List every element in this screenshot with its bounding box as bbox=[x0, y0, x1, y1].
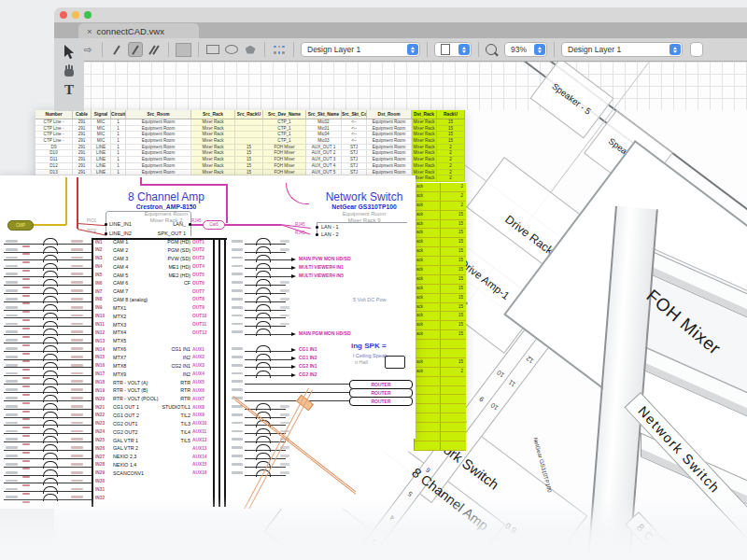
table-cell[interactable] bbox=[235, 126, 263, 133]
cable-magenta[interactable] bbox=[140, 184, 227, 186]
table-cell[interactable]: Mixer Rack bbox=[412, 138, 437, 145]
table-header-cell[interactable]: Src_Rack bbox=[191, 110, 235, 119]
table-header-cell[interactable]: Src_Room bbox=[126, 110, 191, 119]
table-cell[interactable]: <-- bbox=[342, 138, 367, 145]
table-cell[interactable]: Equipment Room bbox=[126, 126, 191, 133]
close-traffic-light[interactable] bbox=[60, 11, 67, 19]
clipped-select[interactable] bbox=[690, 42, 703, 57]
table-cell[interactable]: 291 bbox=[73, 145, 92, 151]
table-row[interactable]: CTP Line -291MIC1Equipment RoomMixer Rac… bbox=[35, 126, 465, 133]
text-tool-icon[interactable]: T bbox=[64, 82, 74, 98]
table-cell[interactable]: 15 bbox=[235, 157, 263, 163]
router-box[interactable]: ROUTER bbox=[349, 397, 413, 406]
table-row[interactable]: D10291LINE1Equipment RoomMixer Rack15FOH… bbox=[35, 150, 465, 157]
table-cell[interactable]: 1 bbox=[111, 119, 126, 126]
table-cell[interactable]: Equipment Room bbox=[126, 157, 191, 163]
table-header-cell[interactable]: Src_RackU bbox=[235, 110, 263, 119]
table-cell[interactable]: STJ bbox=[342, 157, 367, 163]
table-cell[interactable]: Equipment Room bbox=[367, 157, 412, 163]
sheet-select[interactable] bbox=[434, 42, 472, 57]
table-cell[interactable]: FOH Mixer bbox=[263, 150, 306, 157]
table-cell[interactable]: 2 bbox=[437, 163, 465, 170]
table-cell[interactable]: 291 bbox=[73, 138, 92, 145]
table-cell[interactable]: Equipment Room bbox=[367, 126, 412, 133]
table-header-cell[interactable]: Dst_Room bbox=[367, 110, 412, 119]
table-cell[interactable]: Mic04 bbox=[306, 132, 342, 138]
table-row[interactable]: CTP Line -291MIC1Equipment RoomMixer Rac… bbox=[35, 138, 465, 145]
table-cell[interactable]: CTP Line - bbox=[35, 119, 73, 126]
table-cell[interactable]: Equipment Room bbox=[126, 163, 191, 170]
table-cell[interactable]: CTP Line - bbox=[35, 138, 73, 145]
table-cell[interactable]: Mixer Rack bbox=[412, 170, 437, 176]
table-cell[interactable] bbox=[235, 132, 263, 138]
table-cell[interactable] bbox=[235, 119, 263, 126]
table-cell[interactable]: CTP_1 bbox=[263, 138, 306, 145]
design-layer-select[interactable]: Design Layer 1 bbox=[301, 42, 420, 57]
table-cell[interactable]: CTP_1 bbox=[263, 126, 306, 133]
table-cell[interactable]: Mixer Rack bbox=[412, 150, 437, 157]
table-cell[interactable]: 2 bbox=[437, 175, 465, 182]
table-row[interactable]: CTP Line -291MIC1Equipment RoomMixer Rac… bbox=[35, 119, 465, 126]
stepper-icon[interactable] bbox=[458, 44, 470, 55]
table-cell[interactable]: Equipment Room bbox=[126, 119, 191, 126]
table-cell[interactable]: Equipment Room bbox=[367, 132, 412, 138]
cable-red[interactable] bbox=[78, 223, 106, 226]
table-cell[interactable]: 15 bbox=[437, 126, 465, 133]
table-cell[interactable]: 1 bbox=[111, 126, 126, 133]
table-cell[interactable]: LINE bbox=[92, 163, 111, 170]
table-cell[interactable]: Mic02 bbox=[306, 119, 342, 126]
table-cell[interactable]: <-- bbox=[342, 119, 367, 126]
table-cell[interactable]: 15 bbox=[437, 132, 465, 138]
table-cell[interactable]: Mixer Rack bbox=[191, 163, 235, 170]
table-cell[interactable]: 2 bbox=[437, 157, 465, 163]
table-cell[interactable]: AUX_OUT 4 bbox=[306, 163, 342, 170]
table-row[interactable]: CTP Line -291MIC1Equipment RoomMixer Rac… bbox=[35, 132, 465, 138]
table-cell[interactable]: 2 bbox=[437, 150, 465, 157]
connect-tool-selected-icon[interactable] bbox=[128, 42, 143, 57]
tab-close-icon[interactable]: × bbox=[87, 26, 92, 36]
table-header-cell[interactable]: Dst_Rack bbox=[412, 110, 437, 119]
table-row[interactable]: D12291LINE1Equipment RoomMixer Rack15FOH… bbox=[35, 163, 465, 170]
table-cell[interactable]: MIC bbox=[92, 132, 111, 138]
cable-yellow[interactable] bbox=[32, 224, 66, 226]
table-row[interactable]: D9291LINE1Equipment RoomMixer Rack15FOH … bbox=[35, 145, 465, 151]
table-header-cell[interactable]: Src_Skt_Name bbox=[306, 110, 342, 119]
table-cell[interactable]: CTP Line - bbox=[35, 126, 73, 133]
minimize-traffic-light[interactable] bbox=[72, 11, 79, 19]
table-cell[interactable]: 291 bbox=[73, 163, 92, 170]
table-cell[interactable]: D12 bbox=[35, 163, 73, 170]
table-header-cell[interactable]: Circuit bbox=[111, 110, 126, 119]
pan-hand-icon[interactable] bbox=[63, 65, 76, 77]
table-cell[interactable]: Equipment Room bbox=[367, 145, 412, 151]
table-cell[interactable]: Mixer Rack bbox=[191, 138, 235, 145]
table-cell[interactable]: Mixer Rack bbox=[412, 163, 437, 170]
table-cell[interactable]: 1 bbox=[111, 150, 126, 157]
table-cell[interactable]: LINE bbox=[92, 157, 111, 163]
table-cell[interactable]: Mixer Rack bbox=[191, 145, 235, 151]
table-cell[interactable]: 1 bbox=[111, 163, 126, 170]
table-cell[interactable]: AUX_OUT 3 bbox=[306, 157, 342, 163]
table-cell[interactable]: Mixer Rack bbox=[191, 119, 235, 126]
table-cell[interactable]: 15 bbox=[235, 145, 263, 151]
table-cell[interactable]: 291 bbox=[73, 119, 92, 126]
table-cell[interactable]: Mixer Rack bbox=[412, 157, 437, 163]
table-cell[interactable]: MIC bbox=[92, 138, 111, 145]
table-header-cell[interactable]: RackU bbox=[437, 110, 465, 119]
cable-red[interactable] bbox=[77, 177, 78, 229]
table-row[interactable]: D11291LINE1Equipment RoomMixer Rack15FOH… bbox=[35, 157, 465, 163]
table-cell[interactable] bbox=[235, 138, 263, 145]
table-cell[interactable]: Mixer Rack bbox=[191, 150, 235, 157]
table-cell[interactable]: Equipment Room bbox=[126, 132, 191, 138]
design-layer-select-2[interactable]: Design Layer 1 bbox=[561, 42, 683, 57]
table-cell[interactable]: Mixer Rack bbox=[412, 119, 437, 126]
table-cell[interactable]: Mixer Rack bbox=[412, 126, 437, 133]
table-cell[interactable]: Equipment Room bbox=[367, 138, 412, 145]
table-body[interactable]: CTP Line -291MIC1Equipment RoomMixer Rac… bbox=[35, 119, 465, 182]
table-cell[interactable]: 15 bbox=[235, 163, 263, 170]
table-cell[interactable]: 2 bbox=[437, 145, 465, 151]
table-cell[interactable]: MIC bbox=[92, 119, 111, 126]
table-cell[interactable]: LINE bbox=[92, 150, 111, 157]
table-cell[interactable]: <-- bbox=[342, 132, 367, 138]
table-header-cell[interactable]: Signal bbox=[92, 110, 111, 119]
table-cell[interactable]: MIC bbox=[92, 126, 111, 133]
